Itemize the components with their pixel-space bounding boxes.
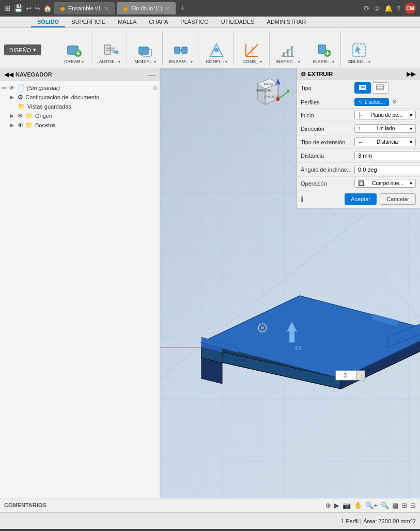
nav-item-config[interactable]: ▶ ⚙ Configuración del documento	[8, 93, 160, 102]
nav-bocetos-label: Bocetos	[35, 122, 56, 128]
tab-malla[interactable]: MALLA	[112, 17, 143, 27]
comments-zoom-fit-icon[interactable]: 🔍	[381, 502, 389, 509]
nav-root-settings-icon[interactable]: ⊙	[153, 85, 158, 92]
direccion-dropdown[interactable]: ↑ Un lado ▾	[354, 124, 416, 133]
extruir-control-direccion: ↑ Un lado ▾	[354, 124, 416, 133]
svg-marker-7	[112, 50, 118, 54]
perfiles-cursor-icon: ↖	[359, 99, 363, 105]
tab-ensamble-close[interactable]: ✕	[104, 6, 108, 11]
svg-rect-4	[104, 45, 111, 54]
extruir-label-operacion: Operación	[301, 180, 352, 187]
extruir-control-distancia	[354, 151, 420, 160]
help-icon[interactable]: ?	[397, 5, 400, 12]
comments-camera-icon[interactable]: 📷	[343, 502, 351, 509]
inicio-dropdown[interactable]: ├ Plano de pe... ▾	[354, 111, 416, 119]
comments-table-icon[interactable]: ⊞	[401, 502, 407, 509]
tab-administrar[interactable]: ADMINISTRAR	[261, 17, 313, 27]
nav-collapse-icon[interactable]: ◀◀	[4, 71, 13, 78]
tab-ensamble[interactable]: ◆ Ensamble v1 ✕	[54, 2, 115, 14]
tool-group-autoi: AUTOI... ▾	[92, 31, 127, 66]
design-button[interactable]: DISEÑO ▾	[4, 44, 41, 55]
extruir-expand-icon[interactable]: ▶▶	[407, 70, 416, 78]
tool-cons[interactable]: CONS_ ▾	[238, 33, 266, 66]
tool-selec[interactable]: SELEC... ▾	[345, 33, 373, 66]
redo-icon[interactable]: ↪	[35, 5, 40, 12]
nav-vistas-icon: 📁	[18, 103, 25, 110]
extruir-label-distancia: Distancia	[301, 153, 352, 159]
comments-grid-icon[interactable]: ▦	[392, 502, 398, 509]
save-icon[interactable]: 💾	[14, 4, 23, 12]
tab-sintitulo[interactable]: ◆ Sin título*(1) ✕	[117, 2, 176, 14]
comments-add-icon[interactable]: ⊕	[325, 502, 331, 509]
home-icon[interactable]: 🏠	[43, 5, 52, 12]
navigator-title: NAVEGADOR	[15, 71, 52, 78]
inser-label: INSER... ▾	[313, 59, 334, 65]
inspec-icon	[279, 42, 296, 58]
nav-origen-eye-icon[interactable]: 👁	[18, 113, 23, 119]
extension-dropdown[interactable]: ↔ Distancia ▾	[354, 138, 416, 146]
viewport[interactable]: 3D 3 ⋮ FRONTAL	[160, 68, 420, 498]
perfiles-clear-icon[interactable]: ✕	[392, 99, 397, 105]
perfiles-value: 1 selec...	[364, 99, 385, 105]
nav-item-origen[interactable]: ▶ 👁 📁 Origen	[8, 111, 160, 120]
nav-root-eye-icon[interactable]: 👁	[9, 84, 15, 92]
comments-settings-icon[interactable]: ⊟	[410, 502, 416, 509]
tool-modif[interactable]: MODIF... ▾	[131, 33, 159, 66]
tool-ensam[interactable]: ENSAM... ▾	[167, 33, 195, 66]
tab-sintitulo-close[interactable]: ✕	[165, 6, 169, 11]
viewcube[interactable]: FRONTAL DERECHA SUPERIOR	[244, 73, 291, 120]
tab-chapa[interactable]: CHAPA	[143, 17, 174, 27]
nav-config-label: Configuración del documento	[25, 94, 99, 100]
tool-confi[interactable]: CONFI... ▾	[203, 33, 230, 66]
tool-crear[interactable]: CREAR ▾	[60, 33, 88, 66]
tool-autoi[interactable]: AUTOI... ▾	[96, 33, 123, 66]
operacion-dropdown[interactable]: 🔲 Cuerpo nue... ▾	[354, 179, 416, 188]
cancel-button[interactable]: Cancelar	[380, 193, 416, 205]
extruir-panel: ⊖ EXTRUIR ▶▶ Tipo	[296, 68, 420, 208]
extruir-footer: ℹ Aceptar Cancelar	[297, 190, 420, 208]
tool-group-inspec: INSPEC... ▾	[271, 31, 305, 66]
tab-plastico[interactable]: PLÁSTICO	[174, 17, 214, 27]
nav-bocetos-eye-icon[interactable]: 👁	[18, 122, 23, 128]
nav-tree: ✏ 👁 📄 (Sin guardar) ⊙ ▶ ⚙ Configuración …	[0, 81, 160, 498]
distancia-input[interactable]	[354, 151, 420, 160]
tool-inser[interactable]: INSER... ▾	[309, 33, 337, 66]
titlebar-app-icons[interactable]: ⊞ 💾 ↩ ↪ 🏠	[4, 4, 52, 13]
navigator-header: ◀◀ NAVEGADOR —	[0, 68, 160, 81]
nav-item-vistas[interactable]: 📁 Vistas guardadas	[8, 102, 160, 111]
undo-icon[interactable]: ↩	[26, 5, 32, 12]
titlebar: ⊞ 💾 ↩ ↪ 🏠 ◆ Ensamble v1 ✕ ◆ Sin título*(…	[0, 0, 420, 17]
comments-zoom-in-icon[interactable]: 🔍+	[365, 502, 378, 509]
type-thin-button[interactable]	[372, 82, 388, 94]
timer-icon[interactable]: ①	[374, 5, 380, 12]
tab-superficie[interactable]: SUPERFICIE	[65, 17, 112, 27]
angulo-input[interactable]	[354, 165, 420, 174]
refresh-icon[interactable]: ⟳	[364, 4, 370, 12]
nav-origen-arrow: ▶	[10, 113, 15, 118]
add-tab-button[interactable]: +	[180, 4, 184, 13]
bell-icon[interactable]: 🔔	[384, 5, 393, 12]
extruir-label-direccion: Dirección	[301, 126, 352, 132]
comments-hand-icon[interactable]: ✋	[354, 502, 362, 509]
toolbar-tabs: SÓLIDO SUPERFICIE MALLA CHAPA PLÁSTICO U…	[0, 17, 420, 28]
nav-bocetos-arrow: ▶	[10, 123, 15, 128]
svg-text:⋮: ⋮	[359, 373, 364, 378]
nav-item-root[interactable]: ✏ 👁 📄 (Sin guardar) ⊙	[0, 83, 160, 93]
tab-solido[interactable]: SÓLIDO	[31, 17, 65, 27]
main-toolbar: CREAR ▾ AUTOI... ▾ M	[0, 28, 420, 68]
extruir-minimize-icon[interactable]: ⊖	[301, 70, 306, 78]
grid-icon[interactable]: ⊞	[4, 4, 11, 13]
accept-button[interactable]: Aceptar	[345, 193, 377, 205]
tab-utilidades[interactable]: UTILIDADES	[215, 17, 261, 27]
user-avatar[interactable]: CM	[405, 3, 416, 14]
nav-item-bocetos[interactable]: ▶ 👁 📁 Bocetos	[8, 120, 160, 130]
operacion-arrow-icon: ▾	[410, 180, 412, 186]
navigator-panel: ◀◀ NAVEGADOR — ✏ 👁 📄 (Sin guardar) ⊙ ▶ ⚙…	[0, 68, 160, 498]
extruir-row-extension: Tipo de extensión ↔ Distancia ▾	[297, 135, 420, 149]
nav-close-icon[interactable]: —	[148, 70, 155, 79]
perfiles-select-button[interactable]: ↖ 1 selec...	[354, 98, 389, 106]
tool-inspec[interactable]: INSPEC... ▾	[274, 33, 302, 66]
extruir-info-icon[interactable]: ℹ	[301, 195, 303, 203]
type-solid-button[interactable]	[354, 82, 371, 94]
comments-forward-icon[interactable]: ▶	[334, 502, 339, 509]
